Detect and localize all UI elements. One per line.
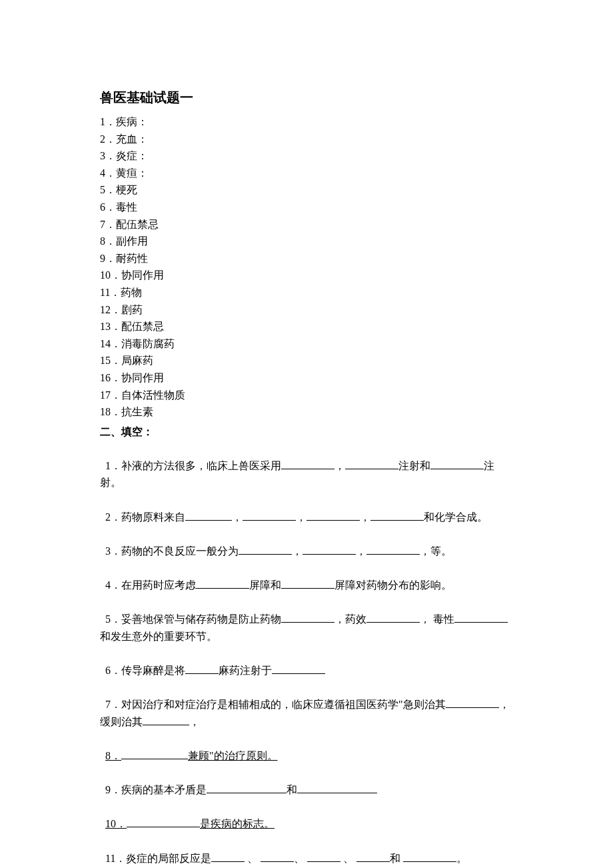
q-text: ，: [296, 511, 306, 523]
blank-field[interactable]: [121, 749, 188, 759]
blank-field[interactable]: [446, 697, 499, 708]
q-text: ，等。: [420, 545, 452, 557]
q-text: 4．在用药时应考虑: [105, 579, 196, 591]
term-item: 16．协同作用: [100, 369, 513, 387]
q-text: ，: [356, 545, 366, 557]
fill-question-5: 5．妥善地保管与储存药物是防止药物，药效， 毒性和发生意外的重要环节。: [100, 594, 513, 645]
document-title: 兽医基础试题一: [100, 87, 513, 108]
term-item: 18．抗生素: [100, 403, 513, 421]
section-2-heading: 二、填空：: [100, 423, 513, 441]
q-text: 7．对因治疗和对症治疗是相辅相成的，临床应遵循祖国医药学"急则治其: [105, 699, 446, 710]
q-text-underlined: 兼顾"的治疗原则。: [188, 750, 278, 761]
q-text: 2．药物原料来自: [105, 511, 185, 523]
blank-field[interactable]: [297, 783, 377, 793]
blank-field[interactable]: [306, 510, 360, 521]
q-text: ，: [292, 545, 303, 557]
q-text: 和化学合成。: [424, 511, 488, 523]
term-item: 11．药物: [100, 284, 513, 301]
fill-question-8: 8．兼顾"的治疗原则。: [100, 730, 513, 764]
q-text: 和: [287, 784, 297, 795]
q-text: 5．妥善地保管与储存药物是防止药物: [105, 613, 281, 625]
blank-field[interactable]: [185, 663, 219, 674]
q-text: 9．疾病的基本矛盾是: [105, 784, 207, 795]
blank-field[interactable]: [303, 544, 356, 555]
term-item: 3．炎症：: [100, 147, 513, 165]
q-text: 、: [294, 853, 307, 864]
term-item: 5．梗死: [100, 181, 513, 199]
q-text: 1．补液的方法很多，临床上兽医采用: [105, 460, 281, 471]
fill-question-7: 7．对因治疗和对症治疗是相辅相成的，临床应遵循祖国医药学"急则治其，缓则治其，: [100, 679, 513, 731]
blank-field[interactable]: [454, 612, 508, 623]
q-text-underlined: 10．: [105, 818, 127, 829]
q-text: 和: [390, 853, 403, 864]
blank-field[interactable]: [211, 851, 245, 862]
q-text-underlined: 是疾病的标志。: [200, 818, 275, 829]
q-text: 。: [456, 853, 467, 864]
q-text: 3．药物的不良反应一般分为: [105, 545, 239, 557]
fill-question-6: 6．传导麻醉是将麻药注射于: [100, 645, 513, 679]
q-text: 麻药注射于: [219, 665, 272, 676]
q-text: ，药效: [334, 613, 366, 625]
fill-question-1: 1．补液的方法很多，临床上兽医采用，注射和注射。: [100, 440, 513, 491]
blank-field[interactable]: [185, 510, 232, 521]
q-text: 6．传导麻醉是将: [105, 665, 185, 676]
q-text: ，: [189, 716, 200, 727]
blank-field[interactable]: [281, 459, 334, 469]
q-text: ， 毒性: [420, 613, 454, 625]
section-1-terms: 1．疾病： 2．充血： 3．炎症： 4．黄疸： 5．梗死 6．毒性 7．配伍禁忌…: [100, 113, 513, 421]
blank-field[interactable]: [403, 851, 456, 862]
blank-field[interactable]: [356, 851, 390, 862]
blank-field[interactable]: [281, 578, 334, 589]
term-item: 8．副作用: [100, 233, 513, 250]
q-text: 屏障对药物分布的影响。: [334, 579, 452, 591]
blank-field[interactable]: [430, 459, 484, 469]
blank-field[interactable]: [281, 612, 334, 623]
q-text: 注射和: [398, 460, 430, 471]
blank-field[interactable]: [196, 578, 249, 589]
q-text: 、: [340, 853, 356, 864]
term-item: 14．消毒防腐药: [100, 335, 513, 353]
blank-field[interactable]: [207, 783, 287, 793]
term-item: 12．剧药: [100, 301, 513, 319]
q-text: ，: [334, 460, 345, 471]
q-text: 和发生意外的重要环节。: [100, 631, 217, 642]
fill-question-4: 4．在用药时应考虑屏障和屏障对药物分布的影响。: [100, 559, 513, 593]
term-item: 10．协同作用: [100, 267, 513, 284]
fill-question-11: 11．炎症的局部反应是 、 、 、 和 。: [100, 833, 513, 867]
q-text-underlined: 8．: [105, 750, 121, 761]
term-item: 1．疾病：: [100, 113, 513, 131]
blank-field[interactable]: [366, 544, 420, 555]
section-2-fillblank: 1．补液的方法很多，临床上兽医采用，注射和注射。 2．药物原料来自，，，和化学合…: [100, 440, 513, 868]
q-text: ，: [360, 511, 370, 523]
term-item: 9．耐药性: [100, 250, 513, 267]
term-item: 7．配伍禁忌: [100, 216, 513, 233]
blank-field[interactable]: [239, 544, 292, 555]
q-text: 11．炎症的局部反应是: [105, 853, 211, 864]
fill-question-10: 10．是疾病的标志。: [100, 799, 513, 833]
blank-field[interactable]: [370, 510, 424, 521]
blank-field[interactable]: [261, 851, 294, 862]
term-item: 4．黄疸：: [100, 165, 513, 182]
blank-field[interactable]: [366, 612, 420, 623]
blank-field[interactable]: [307, 851, 340, 862]
blank-field[interactable]: [127, 817, 200, 827]
blank-field[interactable]: [243, 510, 296, 521]
q-text: 、: [245, 853, 261, 864]
blank-field[interactable]: [345, 459, 398, 469]
term-item: 17．自体活性物质: [100, 387, 513, 404]
blank-field[interactable]: [143, 715, 189, 725]
fill-question-3: 3．药物的不良反应一般分为，，，等。: [100, 525, 513, 559]
term-item: 15．局麻药: [100, 352, 513, 369]
blank-field[interactable]: [272, 663, 325, 674]
fill-question-9: 9．疾病的基本矛盾是和: [100, 765, 513, 799]
q-text: 屏障和: [249, 579, 281, 591]
fill-question-2: 2．药物原料来自，，，和化学合成。: [100, 491, 513, 525]
term-item: 6．毒性: [100, 199, 513, 216]
term-item: 13．配伍禁忌: [100, 318, 513, 335]
q-text: ，: [232, 511, 243, 523]
term-item: 2．充血：: [100, 131, 513, 148]
